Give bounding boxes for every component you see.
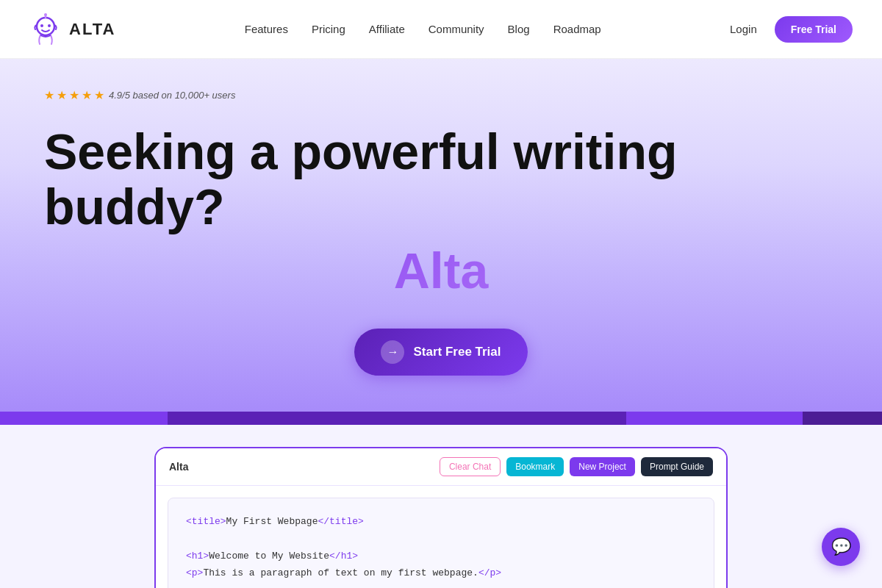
cta-label: Start Free Trial (413, 345, 501, 359)
color-strip (0, 412, 882, 425)
code-line-1: <title>My First Webpage</title> (186, 513, 696, 530)
nav-blog[interactable]: Blog (508, 23, 530, 35)
svg-point-2 (48, 24, 51, 27)
svg-point-1 (40, 24, 43, 27)
prompt-guide-button[interactable]: Prompt Guide (641, 457, 713, 476)
logo-link[interactable]: ALTA (29, 13, 115, 46)
rating-text: 4.9/5 based on 10,000+ users (109, 90, 235, 101)
app-toolbar: Clear Chat Bookmark New Project Prompt G… (440, 457, 713, 476)
nav-right: Login Free Trial (730, 16, 853, 43)
nav-affiliate[interactable]: Affiliate (369, 23, 405, 35)
star-4: ★ (82, 88, 92, 102)
new-project-button[interactable]: New Project (570, 457, 635, 476)
app-title: Alta (169, 461, 188, 473)
hero-section: ★ ★ ★ ★ ★ 4.9/5 based on 10,000+ users S… (0, 59, 882, 412)
strip-3 (626, 412, 803, 425)
cta-arrow-icon: → (381, 340, 404, 364)
strip-4 (803, 412, 882, 425)
bookmark-button[interactable]: Bookmark (506, 457, 564, 476)
start-free-trial-button[interactable]: → Start Free Trial (354, 329, 527, 376)
logo-text: ALTA (69, 20, 115, 39)
svg-point-3 (44, 13, 47, 16)
login-link[interactable]: Login (730, 23, 757, 35)
star-5: ★ (94, 88, 104, 102)
nav-links: Features Pricing Affiliate Community Blo… (245, 23, 601, 35)
hero-heading: Seeking a powerful writing buddy? (44, 124, 838, 234)
app-titlebar: Alta Clear Chat Bookmark New Project Pro… (156, 448, 726, 486)
code-line-2: <h1>Welcome to My Website</h1> (186, 548, 696, 564)
hero-brand: Alta (44, 242, 838, 299)
logo-icon (29, 13, 62, 46)
strip-1 (0, 412, 168, 425)
navbar: ALTA Features Pricing Affiliate Communit… (0, 0, 882, 59)
clear-chat-button[interactable]: Clear Chat (440, 457, 501, 476)
nav-community[interactable]: Community (429, 23, 484, 35)
svg-point-0 (37, 18, 54, 35)
hero-rating: ★ ★ ★ ★ ★ 4.9/5 based on 10,000+ users (44, 88, 838, 102)
nav-pricing[interactable]: Pricing (312, 23, 345, 35)
star-2: ★ (57, 88, 67, 102)
app-window: Alta Clear Chat Bookmark New Project Pro… (154, 447, 728, 588)
nav-free-trial-button[interactable]: Free Trial (775, 16, 853, 43)
star-3: ★ (69, 88, 79, 102)
chat-icon: 💬 (831, 537, 851, 556)
app-preview-section: Alta Clear Chat Bookmark New Project Pro… (0, 425, 882, 588)
nav-roadmap[interactable]: Roadmap (553, 23, 601, 35)
code-area: <title>My First Webpage</title> <h1>Welc… (168, 498, 714, 588)
chat-fab-button[interactable]: 💬 (822, 528, 860, 566)
code-line-3: <p>This is a paragraph of text on my fir… (186, 564, 696, 581)
strip-2 (168, 412, 626, 425)
star-rating: ★ ★ ★ ★ ★ (44, 88, 104, 102)
hero-cta-wrap: → Start Free Trial (44, 329, 838, 376)
star-1: ★ (44, 88, 54, 102)
nav-features[interactable]: Features (245, 23, 288, 35)
